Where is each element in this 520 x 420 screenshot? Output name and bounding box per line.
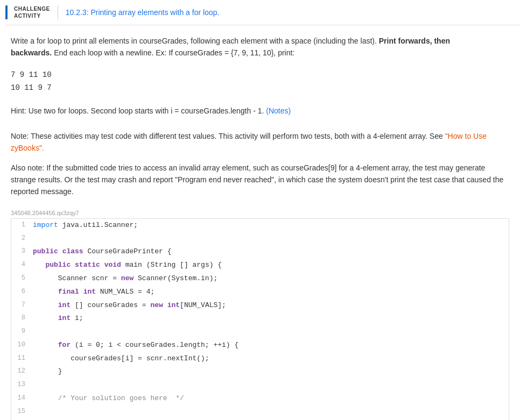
code-line-8: 8 int i;: [11, 312, 509, 325]
header-divider: [58, 5, 58, 19]
code-line-2: 2: [11, 232, 509, 246]
example-line-2: 10 11 9 7: [11, 82, 509, 95]
line-num-5: 5: [11, 272, 31, 283]
line-num-4: 4: [11, 259, 31, 270]
code-line-4: 4 public static void main (String [] arg…: [11, 259, 509, 272]
line-content-11: courseGrades[i] = scnr.nextInt();: [31, 352, 509, 366]
line-content-15: [31, 405, 509, 419]
line-content-8: int i;: [31, 312, 509, 325]
code-line-1: 1 import java.util.Scanner;: [11, 219, 509, 232]
line-content-12: }: [31, 365, 509, 379]
main-content: Write a for loop to print all elements i…: [0, 25, 520, 420]
code-line-10: 10 for (i = 0; i < courseGrades.length; …: [11, 339, 509, 352]
line-num-10: 10: [11, 339, 31, 350]
line-content-3: public class CourseGradePrinter {: [31, 245, 509, 259]
line-num-12: 12: [11, 365, 31, 376]
line-content-10: for (i = 0; i < courseGrades.length; ++i…: [31, 339, 509, 352]
description-part1: Write a for loop to print all elements i…: [11, 37, 377, 45]
example-line-1: 7 9 11 10: [11, 69, 509, 82]
line-content-1: import java.util.Scanner;: [31, 219, 509, 232]
code-line-3: 3 public class CourseGradePrinter {: [11, 245, 509, 259]
blue-accent-bar: [5, 5, 8, 19]
line-num-11: 11: [11, 352, 31, 364]
challenge-header: CHALLENGE ACTIVITY 10.2.3: Printing arra…: [5, 0, 520, 25]
challenge-label: CHALLENGE ACTIVITY: [14, 5, 50, 19]
line-content-6: final int NUM_VALS = 4;: [31, 286, 509, 299]
code-line-13: 13: [11, 379, 509, 392]
line-num-9: 9: [11, 325, 31, 337]
line-num-14: 14: [11, 392, 31, 403]
line-content-7: int [] courseGrades = new int[NUM_VALS];: [31, 299, 509, 312]
line-num-7: 7: [11, 299, 31, 310]
note-paragraph: Note: These activities may test code wit…: [11, 130, 509, 154]
line-num-13: 13: [11, 379, 31, 390]
line-num-15: 15: [11, 405, 31, 417]
line-num-1: 1: [11, 219, 31, 230]
line-content-13: [31, 379, 509, 392]
notes-link[interactable]: (Notes): [266, 106, 291, 115]
code-line-12: 12 }: [11, 365, 509, 379]
line-num-6: 6: [11, 286, 31, 297]
page-wrapper: CHALLENGE ACTIVITY 10.2.3: Printing arra…: [0, 0, 520, 420]
line-content-9: [31, 325, 509, 339]
code-line-9: 9: [11, 325, 509, 339]
example-output: 7 9 11 10 10 11 9 7: [11, 69, 509, 95]
line-num-3: 3: [11, 245, 31, 257]
line-content-5: Scanner scnr = new Scanner(System.in);: [31, 272, 509, 286]
line-content-14: /* Your solution goes here */: [31, 392, 509, 405]
description-part2: Print forwards, then: [379, 37, 450, 45]
code-line-11: 11 courseGrades[i] = scnr.nextInt();: [11, 352, 509, 366]
hint-text: Hint: Use two for loops. Second loop sta…: [11, 106, 266, 115]
hint-paragraph: Hint: Use two for loops. Second loop sta…: [11, 105, 509, 117]
line-num-8: 8: [11, 312, 31, 323]
header-title: 10.2.3: Printing array elements with a f…: [66, 5, 220, 19]
line-content-4: public static void main (String [] args)…: [31, 259, 509, 272]
code-editor[interactable]: 1 import java.util.Scanner; 2 3 public c…: [11, 218, 509, 420]
code-line-7: 7 int [] courseGrades = new int[NUM_VALS…: [11, 299, 509, 312]
line-num-2: 2: [11, 232, 31, 244]
code-line-14: 14 /* Your solution goes here */: [11, 392, 509, 405]
line-content-2: [31, 232, 509, 246]
description-paragraph: Write a for loop to print all elements i…: [11, 35, 509, 59]
code-id: 345048.2044456.qx3zqy7: [11, 210, 509, 216]
note-text: Note: These activities may test code wit…: [11, 132, 445, 140]
code-line-15: 15: [11, 405, 509, 419]
description-part3: backwards. End each loop with a newline.…: [11, 48, 294, 57]
also-note-paragraph: Also note: If the submitted code tries t…: [11, 162, 509, 198]
code-line-6: 6 final int NUM_VALS = 4;: [11, 286, 509, 299]
code-line-5: 5 Scanner scnr = new Scanner(System.in);: [11, 272, 509, 286]
